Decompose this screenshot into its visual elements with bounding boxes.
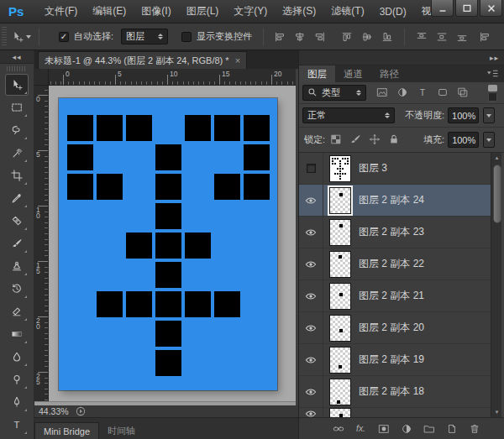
visibility-toggle[interactable] — [299, 344, 323, 375]
lock-position-icon[interactable] — [369, 133, 382, 147]
align-bottom-button[interactable] — [381, 30, 394, 44]
bottom-tab-1[interactable]: 时间轴 — [99, 422, 144, 439]
delete-layer-button[interactable] — [467, 421, 481, 436]
menu-item-1[interactable]: 编辑(E) — [85, 0, 134, 23]
fill-caret[interactable] — [483, 132, 495, 148]
filter-type-layers-icon[interactable]: T — [417, 86, 430, 100]
new-group-button[interactable] — [422, 421, 436, 436]
layer-thumbnail[interactable] — [329, 155, 351, 182]
scroll-up-icon[interactable]: ▲ — [491, 153, 502, 163]
document-tab[interactable]: 未标题-1 @ 44.3% (图层 2 副本 24, RGB/8) * × — [38, 51, 247, 69]
move-tool[interactable] — [6, 75, 28, 95]
layer-thumbnail[interactable] — [329, 347, 351, 374]
panel-tab-1[interactable]: 通道 — [335, 65, 371, 82]
panel-menu-icon[interactable] — [486, 68, 501, 80]
auto-select-checkbox[interactable]: ✓ — [59, 32, 69, 42]
pen-tool[interactable] — [6, 392, 28, 412]
tab-close-icon[interactable]: × — [235, 55, 240, 65]
lock-all-icon[interactable] — [388, 133, 402, 147]
distribute-bottom-button[interactable] — [455, 30, 469, 44]
tool-preset-caret-icon[interactable] — [26, 35, 31, 39]
marquee-tool[interactable] — [6, 97, 28, 118]
visibility-toggle[interactable] — [299, 185, 323, 216]
history-brush-tool[interactable] — [6, 279, 28, 299]
type-tool[interactable]: T — [6, 415, 28, 435]
brush-tool[interactable] — [6, 233, 28, 253]
toolbar-grip[interactable] — [7, 66, 27, 71]
menu-item-6[interactable]: 滤镜(T) — [323, 0, 371, 23]
align-top-button[interactable] — [340, 30, 354, 44]
zoom-level-field[interactable]: 44.33% — [39, 406, 69, 416]
lock-pixels-icon[interactable] — [349, 133, 363, 147]
visibility-toggle[interactable] — [299, 376, 323, 407]
show-transform-checkbox[interactable] — [181, 32, 192, 42]
layer-thumbnail[interactable] — [329, 283, 351, 310]
minimize-button[interactable] — [431, 0, 454, 17]
add-mask-button[interactable] — [376, 421, 391, 436]
panel-collapse[interactable]: ▸▸ — [299, 50, 504, 65]
layer-thumbnail[interactable] — [329, 219, 351, 246]
status-popup-icon[interactable] — [76, 406, 86, 416]
menu-item-5[interactable]: 选择(S) — [275, 0, 323, 23]
menu-item-4[interactable]: 文字(Y) — [226, 0, 275, 23]
maximize-button[interactable] — [455, 0, 478, 17]
layer-row[interactable]: 图层 2 副本 20 — [299, 312, 491, 344]
quick-selection-tool[interactable] — [6, 143, 28, 163]
menu-item-3[interactable]: 图层(L) — [179, 0, 227, 23]
layer-row[interactable]: 图层 2 副本 21 — [299, 280, 491, 312]
canvas[interactable] — [59, 98, 277, 390]
new-adjustment-layer-button[interactable] — [399, 421, 413, 436]
layer-style-button[interactable]: fx. — [354, 421, 368, 436]
scrollbar-thumb[interactable] — [493, 165, 501, 223]
layer-row[interactable]: 图层 2 副本 19 — [299, 344, 491, 376]
layer-row[interactable] — [299, 408, 491, 417]
opacity-field[interactable]: 100% — [448, 107, 479, 123]
menu-item-0[interactable]: 文件(F) — [37, 0, 85, 23]
align-center-button[interactable] — [293, 30, 307, 44]
close-button[interactable] — [480, 0, 502, 17]
gradient-tool[interactable] — [6, 324, 28, 344]
dodge-tool[interactable] — [6, 369, 28, 389]
visibility-toggle[interactable] — [299, 248, 323, 280]
eyedropper-tool[interactable] — [6, 188, 28, 208]
panel-tab-2[interactable]: 路径 — [371, 65, 407, 82]
align-right-button[interactable] — [313, 30, 327, 44]
scroll-down-icon[interactable]: ▼ — [491, 407, 502, 417]
align-middle-button[interactable] — [360, 30, 374, 44]
crop-tool[interactable] — [6, 165, 28, 186]
toolbar-collapse[interactable]: ◂◂ — [0, 50, 34, 64]
menu-item-2[interactable]: 图像(I) — [134, 0, 178, 23]
layer-thumbnail[interactable] — [329, 408, 351, 417]
visibility-toggle[interactable] — [299, 408, 323, 417]
link-layers-button[interactable] — [331, 421, 345, 436]
distribute-top-button[interactable] — [415, 30, 428, 44]
layer-thumbnail[interactable] — [329, 379, 351, 405]
visibility-toggle[interactable] — [299, 217, 323, 248]
layer-row[interactable]: 图层 2 副本 24 — [299, 185, 491, 217]
filter-adjustment-layers-icon[interactable] — [396, 86, 410, 100]
new-layer-button[interactable] — [444, 421, 459, 436]
bottom-tab-0[interactable]: Mini Bridge — [34, 422, 99, 439]
fill-field[interactable]: 100% — [448, 132, 479, 148]
panel-tab-0[interactable]: 图层 — [299, 65, 335, 82]
clipped-align-icon[interactable] — [478, 30, 491, 44]
healing-brush-tool[interactable] — [6, 211, 28, 231]
blend-mode-dropdown[interactable]: 正常 — [302, 107, 395, 123]
filter-toggle[interactable] — [488, 85, 497, 102]
eraser-tool[interactable] — [6, 301, 28, 321]
visibility-toggle[interactable] — [299, 153, 323, 184]
lock-transparency-icon[interactable] — [330, 133, 344, 147]
layer-thumbnail[interactable] — [329, 315, 351, 342]
visibility-toggle[interactable] — [299, 280, 323, 311]
auto-select-target-dropdown[interactable]: 图层 — [121, 29, 168, 44]
layer-row[interactable]: 图层 3 — [299, 153, 491, 185]
filter-pixel-layers-icon[interactable] — [376, 86, 390, 100]
move-tool-preset-icon[interactable] — [11, 30, 24, 44]
options-grip[interactable] — [2, 27, 7, 47]
opacity-caret[interactable] — [483, 107, 495, 123]
lasso-tool[interactable] — [6, 120, 28, 140]
filter-type-dropdown[interactable]: 类型 — [302, 85, 366, 101]
distribute-middle-button[interactable] — [435, 30, 449, 44]
align-left-button[interactable] — [273, 30, 286, 44]
layer-thumbnail[interactable] — [329, 187, 351, 214]
